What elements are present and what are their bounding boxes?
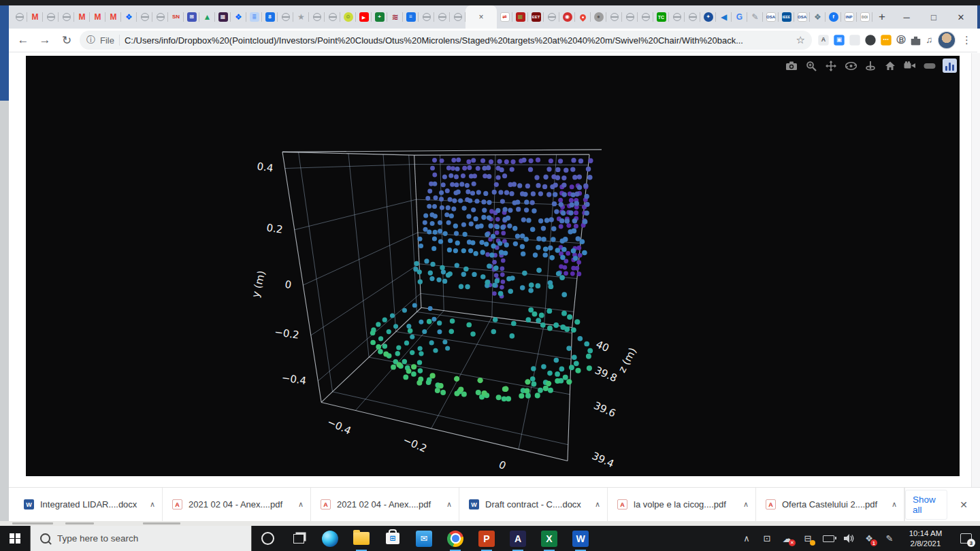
pinned-tab-33[interactable] — [544, 5, 559, 29]
modebar-zoom-icon[interactable] — [804, 59, 818, 73]
pinned-tab-27[interactable] — [434, 5, 450, 29]
extension-icon-0[interactable]: A — [819, 35, 828, 45]
close-button[interactable]: ✕ — [947, 12, 975, 22]
download-item-menu-chevron[interactable]: ∧ — [298, 500, 306, 509]
pinned-tab-43[interactable]: ✦ — [700, 5, 716, 29]
extension-icon-2[interactable] — [850, 35, 860, 45]
pinned-tab-9[interactable] — [152, 5, 168, 29]
pinned-tab-15[interactable]: ≣ — [246, 5, 262, 29]
pinned-tab-35[interactable] — [575, 5, 591, 29]
download-item-0[interactable]: WIntegrated LIDAR....docx∧ — [14, 488, 163, 522]
pinned-tab-23[interactable]: + — [372, 5, 387, 29]
tab-close-icon[interactable]: × — [478, 12, 483, 22]
new-tab-button[interactable]: + — [872, 5, 892, 29]
page-scrollbar[interactable] — [971, 53, 980, 521]
pinned-tab-13[interactable]: ▦ — [215, 5, 231, 29]
pinned-tab-1[interactable]: M — [27, 5, 43, 29]
tray-onedrive-icon[interactable]: ☁✕ — [777, 526, 798, 551]
pinned-tab-5[interactable]: M — [90, 5, 105, 29]
pinned-tab-18[interactable]: ★ — [293, 5, 309, 29]
browser-menu-icon[interactable]: ⋮ — [962, 34, 972, 46]
minimize-button[interactable]: ─ — [893, 12, 920, 22]
back-icon[interactable]: ← — [14, 33, 32, 47]
pinned-tab-19[interactable] — [309, 5, 325, 29]
pinned-tab-44[interactable]: ◀ — [716, 5, 732, 29]
download-item-menu-chevron[interactable]: ∧ — [892, 500, 900, 509]
pinned-tab-4[interactable]: M — [74, 5, 90, 29]
scatter3d-canvas[interactable]: 0.40.20−0.2−0.4−0.4−0.204039.839.639.4y … — [26, 56, 960, 476]
extension-icon-4[interactable]: ⋯ — [881, 35, 891, 45]
pinned-tab-3[interactable] — [59, 5, 74, 29]
pinned-tab-28[interactable] — [450, 5, 466, 29]
pinned-tab-51[interactable]: f — [826, 5, 841, 29]
download-item-menu-chevron[interactable]: ∧ — [595, 500, 603, 509]
modebar-pan-icon[interactable] — [824, 59, 838, 73]
pinned-tab-45[interactable]: G — [732, 5, 747, 29]
pinned-tab-40[interactable]: TC — [653, 5, 669, 29]
pinned-tab-31[interactable]: ▦ — [512, 5, 528, 29]
pinned-tab-41[interactable] — [669, 5, 685, 29]
modebar-orbit-icon[interactable] — [844, 59, 858, 73]
profile-avatar[interactable] — [938, 32, 955, 48]
download-item-2[interactable]: A2021 02 04 - Anex....pdf∧ — [311, 488, 459, 522]
modebar-turntable-icon[interactable] — [864, 59, 877, 73]
pinned-tab-37[interactable] — [606, 5, 622, 29]
download-item-3[interactable]: WDraft contract - C....docx∧ — [459, 488, 608, 522]
pinned-tab-25[interactable]: ≡ — [403, 5, 419, 29]
modebar-movie-icon[interactable] — [903, 59, 917, 73]
active-tab[interactable]: × — [466, 5, 497, 29]
download-item-menu-chevron[interactable]: ∧ — [150, 500, 158, 509]
start-button[interactable] — [0, 526, 30, 551]
pinned-tab-17[interactable] — [278, 5, 293, 29]
pinned-tab-53[interactable]: DOI — [857, 5, 872, 29]
pinned-tab-50[interactable]: ❖ — [810, 5, 826, 29]
pinned-tab-26[interactable] — [419, 5, 434, 29]
taskbar-app-chrome-icon[interactable] — [440, 526, 471, 551]
pinned-tab-7[interactable]: ❖ — [121, 5, 137, 29]
pinned-tab-49[interactable]: OSA — [794, 5, 810, 29]
pinned-tab-52[interactable]: INP — [841, 5, 857, 29]
pinned-tab-10[interactable]: SN — [168, 5, 184, 29]
download-item-menu-chevron[interactable]: ∧ — [446, 500, 455, 509]
tray-screen-clip-icon[interactable]: ⊟ — [798, 526, 818, 551]
tray-display-icon[interactable]: ⊡ — [757, 526, 777, 551]
pinned-tab-38[interactable] — [622, 5, 638, 29]
page-info-icon[interactable]: ⓘ — [86, 34, 95, 46]
pinned-tab-12[interactable]: ▲ — [199, 5, 215, 29]
maximize-button[interactable]: □ — [920, 12, 947, 22]
pinned-tab-14[interactable]: ❖ — [231, 5, 246, 29]
pinned-tab-2[interactable] — [43, 5, 59, 29]
plotly-logo-icon[interactable] — [943, 59, 957, 73]
pinned-tab-16[interactable]: 8 — [262, 5, 278, 29]
taskbar-app-microsoft-store-icon[interactable]: ⊞ — [377, 526, 408, 551]
url-text[interactable]: C:/Users/info/Dropbox%20(Pointcloud)/Inv… — [125, 35, 791, 46]
extension-icon-3[interactable] — [866, 35, 875, 45]
taskbar-app-powerpoint-icon[interactable]: P — [471, 526, 502, 551]
modebar-hover-icon[interactable] — [923, 59, 936, 73]
tray-volume-icon[interactable] — [838, 526, 859, 551]
pinned-tab-39[interactable] — [638, 5, 653, 29]
taskbar-app-edge-icon[interactable] — [314, 526, 346, 551]
pinned-tab-11[interactable]: ⊞ — [184, 5, 199, 29]
reload-icon[interactable]: ↻ — [58, 33, 76, 48]
taskbar-app-file-explorer-icon[interactable] — [346, 526, 377, 551]
taskbar-app-acrobat-icon[interactable]: A — [502, 526, 534, 551]
download-item-1[interactable]: A2021 02 04 - Anex....pdf∧ — [163, 488, 311, 522]
forward-icon[interactable]: → — [36, 33, 54, 47]
extension-icon-7[interactable]: ♫ — [926, 36, 932, 44]
address-bar[interactable]: ⓘ File C:/Users/info/Dropbox%20(Pointclo… — [80, 31, 812, 50]
action-center-button[interactable]: 3 — [951, 526, 980, 551]
pinned-tab-30[interactable]: ⇌ — [497, 5, 512, 29]
pinned-tab-46[interactable]: ✎ — [747, 5, 763, 29]
tray-battery-icon[interactable] — [818, 526, 838, 551]
show-all-downloads-button[interactable]: Show all — [905, 490, 947, 520]
download-item-5[interactable]: AOferta Castelului 2....pdf∧ — [756, 488, 904, 522]
tray-hidden-icons-chevron[interactable]: ∧ — [736, 526, 757, 551]
taskbar-app-word-icon[interactable]: W — [565, 526, 596, 551]
tray-dropbox-icon[interactable]: ❖1 — [859, 526, 879, 551]
pinned-tab-36[interactable]: ● — [591, 5, 606, 29]
download-item-4[interactable]: Ala volpe e la cicog....pdf∧ — [608, 488, 756, 522]
pinned-tab-48[interactable]: IEEE — [779, 5, 794, 29]
pinned-tab-47[interactable]: OSA — [763, 5, 779, 29]
extension-icon-1[interactable]: ▣ — [834, 35, 844, 45]
